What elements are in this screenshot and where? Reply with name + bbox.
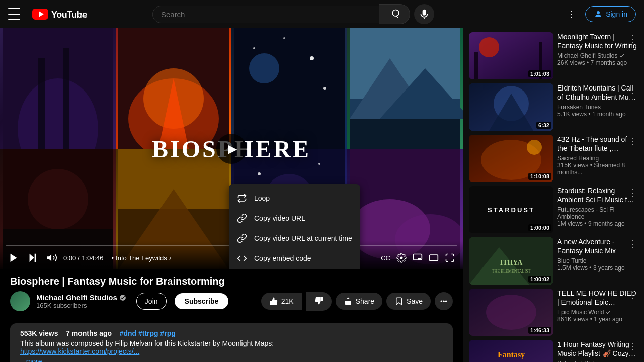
bookmark-icon xyxy=(394,297,404,306)
verified-icon-1 xyxy=(619,53,625,59)
sidebar-channel-3: Sacred Healing xyxy=(557,155,638,162)
sidebar-channel-4: Futurescapes - Sci Fi Ambience xyxy=(557,206,638,220)
main-layout: ▶ BIOSPHERE Loop xyxy=(0,28,644,362)
subscribe-button[interactable]: Subscribe xyxy=(175,293,229,309)
miniplayer-icon xyxy=(413,253,423,263)
thumb-duration-3: 1:10:08 xyxy=(528,173,551,180)
more-actions-button[interactable]: ••• xyxy=(435,292,453,310)
volume-button[interactable] xyxy=(44,250,59,265)
save-label: Save xyxy=(407,297,423,305)
svg-point-14 xyxy=(253,47,255,49)
menu-item-copy-url-label: Copy video URL xyxy=(254,214,305,222)
sidebar-info-1: Moonlight Tavern | Fantasy Music for Wri… xyxy=(557,32,638,79)
search-input[interactable] xyxy=(153,6,379,23)
hashtags[interactable]: #dnd #ttrpg #rpg xyxy=(120,329,176,337)
sidebar-channel-6: Epic Music World xyxy=(557,309,638,316)
subtitles-button[interactable]: CC xyxy=(379,252,392,264)
sidebar-video-3[interactable]: 1:10:08 432 Hz - The sound of the Tibeta… xyxy=(469,135,638,182)
sidebar-video-6[interactable]: 1:46:33 TELL ME HOW HE DIED | Emotional … xyxy=(469,289,638,336)
svg-text:Fantasy: Fantasy xyxy=(498,350,525,359)
kickstarter-link[interactable]: https://www.kickstarter.com/projects/... xyxy=(20,347,139,355)
sidebar-video-7[interactable]: FantasyWriting Music 1:00:58 1 Hour Fant… xyxy=(469,340,638,362)
channel-avatar[interactable] xyxy=(10,291,30,311)
sidebar-more-button-5[interactable]: ⋮ xyxy=(627,237,638,250)
sidebar-more-button-2[interactable]: ⋮ xyxy=(627,83,638,97)
loop-icon xyxy=(237,193,247,203)
like-button[interactable]: 21K xyxy=(261,293,302,310)
thumbs-down-icon xyxy=(314,296,324,305)
dislike-button[interactable] xyxy=(306,292,332,311)
microphone-icon xyxy=(419,9,429,19)
thumb-duration-1: 1:01:03 xyxy=(528,70,551,77)
sign-in-label: Sign in xyxy=(606,10,627,18)
sidebar-title-1: Moonlight Tavern | Fantasy Music for Wri… xyxy=(557,32,638,50)
time-display: 0:00 / 1:04:46 xyxy=(63,254,104,262)
save-button[interactable]: Save xyxy=(386,293,431,310)
sidebar-thumb-5: ITHYATHE ELEMENTALIST 1:00:02 xyxy=(469,237,553,285)
sidebar-thumb-1: 1:01:03 xyxy=(469,32,553,79)
sidebar-title-2: Eldritch Mountains | Call of Cthulhu Amb… xyxy=(557,83,638,102)
sidebar-stats-3: 315K views • Streamed 8 months... xyxy=(557,162,638,176)
play-icon xyxy=(8,252,19,263)
video-description: 553K views 7 months ago #dnd #ttrpg #rpg… xyxy=(10,323,453,362)
settings-button[interactable] xyxy=(394,251,409,265)
svg-point-15 xyxy=(323,87,326,90)
more-options-button[interactable]: ⋮ xyxy=(561,4,581,24)
menu-item-copy-url-time[interactable]: Copy video URL at current time xyxy=(229,228,360,248)
svg-point-13 xyxy=(310,56,314,60)
sidebar-title-6: TELL ME HOW HE DIED | Emotional Epic Orc… xyxy=(557,289,638,307)
search-button[interactable] xyxy=(379,4,410,24)
play-button[interactable] xyxy=(6,250,21,265)
menu-item-copy-embed[interactable]: Copy embed code xyxy=(229,248,360,268)
video-player[interactable]: ▶ BIOSPHERE Loop xyxy=(0,28,463,269)
svg-point-23 xyxy=(28,169,88,229)
miniplayer-button[interactable] xyxy=(411,251,425,265)
sidebar-channel-1: Michael Ghelfi Studios xyxy=(557,52,638,59)
show-more-button[interactable]: ...more xyxy=(20,357,443,362)
thumb-duration-4: 1:00:00 xyxy=(528,224,551,231)
youtube-logo[interactable]: YouTube BR xyxy=(32,9,87,20)
join-button[interactable]: Join xyxy=(136,293,167,310)
svg-point-65 xyxy=(486,295,536,330)
sidebar-video-5[interactable]: ITHYATHE ELEMENTALIST 1:00:02 A new Adve… xyxy=(469,237,638,285)
menu-item-loop[interactable]: Loop xyxy=(229,188,360,208)
sidebar-video-1[interactable]: 1:01:03 Moonlight Tavern | Fantasy Music… xyxy=(469,32,638,79)
svg-marker-43 xyxy=(30,254,34,262)
sidebar-thumb-6: 1:46:33 xyxy=(469,289,553,336)
sidebar-more-button-1[interactable]: ⋮ xyxy=(627,32,638,45)
sidebar-video-2[interactable]: 6:32 Eldritch Mountains | Call of Cthulh… xyxy=(469,83,638,131)
view-count: 553K views xyxy=(20,329,58,337)
link-time-icon xyxy=(237,233,247,243)
sidebar-more-button-6[interactable]: ⋮ xyxy=(627,289,638,302)
sidebar-more-button-3[interactable]: ⋮ xyxy=(627,135,638,148)
next-button[interactable] xyxy=(25,250,40,265)
svg-point-2 xyxy=(597,11,600,14)
menu-item-copy-url[interactable]: Copy video URL xyxy=(229,208,360,228)
svg-point-31 xyxy=(318,163,320,165)
search-bar xyxy=(152,6,379,23)
sidebar-more-button-7[interactable]: ⋮ xyxy=(627,340,638,353)
sign-in-button[interactable]: Sign in xyxy=(585,6,636,22)
thumb-duration-5: 1:00:02 xyxy=(528,276,551,283)
voice-search-button[interactable] xyxy=(414,4,434,24)
collage-cell-3 xyxy=(231,28,347,149)
menu-item-loop-label: Loop xyxy=(254,194,270,202)
hamburger-button[interactable] xyxy=(8,8,20,20)
sidebar-more-button-4[interactable]: ⋮ xyxy=(627,186,638,199)
menu-item-copy-debug[interactable]: Copy debug info xyxy=(229,268,360,269)
theater-mode-button[interactable] xyxy=(427,251,441,265)
sidebar-thumb-7: FantasyWriting Music 1:00:58 xyxy=(469,340,553,362)
sidebar-info-6: TELL ME HOW HE DIED | Emotional Epic Orc… xyxy=(557,289,638,336)
upload-date: 7 months ago xyxy=(66,329,112,337)
share-label: Share xyxy=(356,297,374,305)
channel-name[interactable]: Michael Ghelfi Studios xyxy=(36,293,126,302)
svg-rect-5 xyxy=(38,58,45,149)
fullscreen-button[interactable] xyxy=(443,251,457,265)
sidebar-stats-2: 5.1K views • 1 month ago xyxy=(557,111,638,118)
sidebar-info-7: 1 Hour Fantasy Writing Music Playlist 🎻 … xyxy=(557,340,638,362)
verified-icon-6 xyxy=(605,309,611,315)
share-button[interactable]: Share xyxy=(336,293,382,310)
sidebar-thumb-4: STARDUST 1:00:00 xyxy=(469,186,553,233)
search-area xyxy=(152,4,434,24)
sidebar-video-4[interactable]: STARDUST 1:00:00 Stardust: Relaxing Ambi… xyxy=(469,186,638,233)
